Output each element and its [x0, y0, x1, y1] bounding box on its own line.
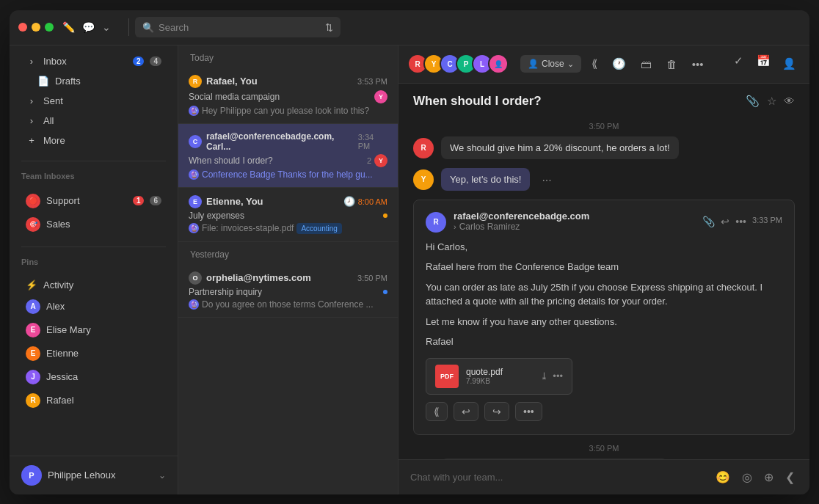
sidebar-item-sales[interactable]: 🎯 Sales: [14, 213, 173, 236]
sender-avatar: O: [189, 271, 202, 285]
sidebar-item-rafael[interactable]: R Rafael: [14, 389, 173, 412]
sidebar-item-alex[interactable]: A Alex: [14, 295, 173, 318]
sidebar-divider-2: [21, 246, 166, 247]
emoji-icon[interactable]: 😊: [713, 467, 733, 487]
main-panel: R Y C P L 👤 👤 Close ⌄ ⟪ 🕐 🗃 🗑 •••: [398, 45, 809, 494]
sidebar-team-section: 🔴 Support 1 6 🎯 Sales: [10, 183, 178, 242]
attachment: PDF quote.pdf 7.99KB ⤓ •••: [426, 358, 572, 395]
sidebar-item-label-more: More: [43, 135, 161, 146]
reply-all-button[interactable]: ⟪: [426, 402, 448, 421]
pdf-icon: PDF: [435, 365, 459, 388]
team-inboxes-label: Team Inboxes: [10, 166, 178, 183]
messages-area[interactable]: 3:50 PM R We should give him a 20% disco…: [398, 116, 809, 459]
sidebar-bottom[interactable]: P Philippe Lehoux ⌄: [10, 456, 178, 494]
chat-timestamp: 3:50 PM: [413, 444, 795, 453]
reply-button[interactable]: ↩: [454, 402, 478, 421]
forward-button[interactable]: ↪: [484, 402, 509, 421]
compose-icon[interactable]: ✏️: [62, 21, 75, 33]
filter-icon[interactable]: ⇅: [325, 22, 333, 33]
sidebar-item-etienne[interactable]: E Etienne: [14, 342, 173, 365]
message-text: We should give him a 20% discount, he or…: [450, 142, 670, 153]
conv-preview: 🔮 Conference Badge Thanks for the help g…: [189, 169, 387, 180]
message-avatar: R: [413, 138, 434, 158]
calendar-button[interactable]: 📅: [752, 51, 775, 70]
chat-input[interactable]: [410, 472, 707, 483]
sidebar-item-jessica[interactable]: J Jessica: [14, 365, 173, 389]
message-more-button[interactable]: ···: [537, 172, 556, 189]
conversation-title: When should I order?: [413, 94, 542, 109]
email-body-line: Rafael: [426, 335, 782, 349]
add-icon[interactable]: ⊕: [761, 467, 776, 487]
star-icon[interactable]: ☆: [767, 95, 776, 108]
back-button[interactable]: ⟪: [587, 53, 602, 75]
sidebar-item-inbox[interactable]: › Inbox 2 4: [14, 51, 173, 71]
chat-footer: 😊 ◎ ⊕ ❮: [398, 459, 809, 494]
conversation-item[interactable]: E Etienne, You 🕗 8:00 AM July expenses 🔮…: [178, 188, 398, 242]
chevron-down-icon[interactable]: ⌄: [102, 21, 111, 33]
close-button[interactable]: [18, 23, 27, 32]
conv-sender: C rafael@conferencebadge.com, Carl...: [189, 131, 358, 152]
sidebar-item-label-rafael: Rafael: [46, 395, 161, 406]
sidebar-item-all[interactable]: › All: [14, 111, 173, 131]
inbox-badge-blue: 2: [133, 56, 145, 66]
conversation-item[interactable]: O orphelia@nytimes.com 3:50 PM Partnersh…: [178, 264, 398, 318]
conversation-item-selected[interactable]: C rafael@conferencebadge.com, Carl... 3:…: [178, 124, 398, 188]
drafts-icon: 📄: [37, 76, 49, 87]
sidebar-pins-section: ⚡ Activity A Alex E Elise Mary E Etienne…: [10, 269, 178, 418]
collapse-icon[interactable]: ❮: [782, 467, 798, 487]
search-input[interactable]: [159, 22, 321, 33]
close-button[interactable]: 👤 Close ⌄: [520, 55, 581, 73]
time-button[interactable]: 🕐: [608, 53, 630, 75]
participant-avatar: Y: [374, 154, 387, 167]
trash-button[interactable]: 🗑: [662, 54, 682, 75]
email-from-name: rafael@conferencebadge.com: [454, 211, 589, 222]
conv-preview: 🔮 Do you agree on those terms Conference…: [189, 299, 387, 310]
sidebar-item-label-elise: Elise Mary: [46, 324, 161, 335]
titlebar-divider: [128, 18, 129, 36]
preview-icon: 🔮: [189, 299, 199, 310]
mention-icon[interactable]: ◎: [739, 467, 755, 487]
sidebar-item-support[interactable]: 🔴 Support 1 6: [14, 189, 173, 213]
sidebar-item-elise[interactable]: E Elise Mary: [14, 318, 173, 342]
sidebar-item-label-etienne: Etienne: [46, 348, 161, 359]
sidebar-item-sent[interactable]: › Sent: [14, 91, 173, 111]
main-content: › Inbox 2 4 📄 Drafts › Sent › All: [10, 45, 809, 494]
more-button[interactable]: •••: [688, 54, 708, 75]
etienne-avatar: E: [26, 346, 40, 361]
titlebar-action-icons: ✏️ 💬 ⌄: [62, 21, 111, 33]
more-reply-button[interactable]: •••: [515, 402, 542, 421]
conversation-item[interactable]: R Rafael, You 3:53 PM Social media campa…: [178, 67, 398, 124]
user-menu-chevron[interactable]: ⌄: [159, 470, 166, 481]
search-bar[interactable]: 🔍 ⇅: [135, 17, 341, 37]
eye-icon[interactable]: 👁: [784, 95, 795, 108]
minimize-button[interactable]: [32, 23, 40, 32]
email-reply-icon[interactable]: ↩: [721, 216, 729, 227]
attachment-more-icon[interactable]: •••: [553, 370, 563, 381]
titlebar: ✏️ 💬 ⌄ 🔍 ⇅: [10, 10, 809, 45]
email-avatar: R: [426, 212, 446, 233]
profile-button[interactable]: 👤: [778, 53, 801, 75]
sidebar-item-activity[interactable]: ⚡ Activity: [14, 275, 173, 295]
sidebar-item-more[interactable]: + More: [14, 131, 173, 150]
email-more-icon[interactable]: •••: [735, 216, 746, 227]
download-icon[interactable]: ⤓: [540, 370, 548, 381]
chat-icon[interactable]: 💬: [82, 21, 95, 33]
conv-time: 🕗 8:00 AM: [343, 196, 387, 207]
email-attach-icon[interactable]: 📎: [702, 216, 715, 227]
sidebar-item-label-drafts: Drafts: [55, 76, 161, 87]
conv-title-bar: When should I order? 📎 ☆ 👁 ✓ 📅: [398, 84, 809, 116]
sidebar-item-drafts[interactable]: 📄 Drafts: [14, 71, 173, 91]
sidebar: › Inbox 2 4 📄 Drafts › Sent › All: [10, 45, 178, 494]
maximize-button[interactable]: [45, 23, 54, 32]
message-row: Y Yep, let's do this! ···: [413, 168, 795, 191]
attach-icon[interactable]: 📎: [746, 95, 760, 108]
activity-icon: ⚡: [26, 280, 37, 291]
message-avatar: Y: [413, 169, 434, 190]
archive-button[interactable]: 🗃: [636, 54, 656, 75]
conv-sender: O orphelia@nytimes.com: [189, 271, 311, 285]
email-body-line: Let me know if you have any other questi…: [426, 315, 782, 329]
check-button[interactable]: ✓: [729, 51, 748, 70]
inbox-badge-gray: 4: [150, 56, 161, 66]
search-icon: 🔍: [142, 22, 154, 33]
email-actions: 📎 ↩ ••• 3:33 PM: [702, 216, 782, 227]
